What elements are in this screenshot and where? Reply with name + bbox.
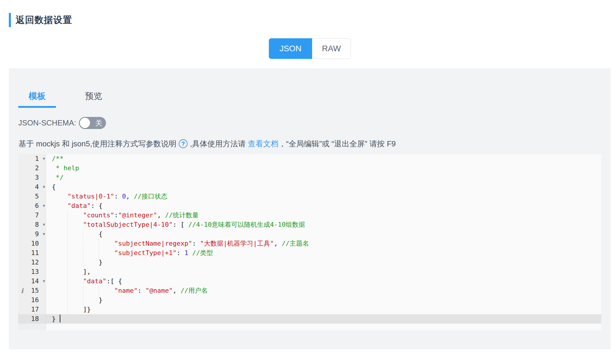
code-token: , <box>173 287 181 294</box>
fold-icon[interactable]: ▼ <box>43 201 45 211</box>
line-number: 17 <box>31 305 39 314</box>
code-content[interactable]: "counts":"@integer", //统计数量 <box>46 211 601 220</box>
gutter-cell: 12 <box>18 258 46 267</box>
code-token: * help <box>52 164 79 172</box>
code-token: : [ <box>173 221 188 228</box>
code-content[interactable]: } <box>46 314 601 324</box>
fold-icon[interactable]: ▼ <box>43 277 45 286</box>
gutter-cell: i15 <box>18 286 46 295</box>
line-number: 2 <box>35 163 39 173</box>
line-number: 5 <box>35 192 39 201</box>
code-content[interactable]: * help <box>46 163 601 173</box>
line-number: 1 <box>35 154 39 163</box>
gutter-cell: 14▼ <box>18 277 46 286</box>
indent-guide <box>67 220 68 229</box>
code-token: : { <box>91 202 102 209</box>
code-line-8[interactable]: 8▼ "totalSubjectType|4-10": [ //4-10意味着可… <box>18 220 601 229</box>
gutter-cell: 17 <box>18 305 46 314</box>
code-line-3[interactable]: 3 */ <box>18 173 601 182</box>
indent-guide <box>67 286 68 295</box>
code-token: { <box>52 183 56 191</box>
code-content[interactable]: } <box>46 258 601 267</box>
editor-filler <box>18 324 601 330</box>
instructions-part1: 基于 mockjs 和 json5,使用注释方式写参数说明 <box>19 139 176 149</box>
code-content[interactable]: "subjectType|+1": 1 //类型 <box>46 248 601 258</box>
gutter-cell: 3 <box>18 173 46 182</box>
code-content[interactable]: "subjectName|regexp": "大数据|机器学习|工具", //主… <box>46 239 601 248</box>
page-header: 返回数据设置 <box>9 12 72 28</box>
code-content[interactable]: "status|0-1": 0, //接口状态 <box>46 192 601 201</box>
code-line-15[interactable]: i15 "name": "@name", //用户名 <box>18 286 601 295</box>
line-number: 8 <box>35 220 39 229</box>
code-line-16[interactable]: 16 } <box>18 295 601 305</box>
code-token: "@integer" <box>118 211 157 219</box>
code-content[interactable]: "totalSubjectType|4-10": [ //4-10意味着可以随机… <box>46 220 601 229</box>
tab-preview[interactable]: 预览 <box>75 84 112 108</box>
page-title: 返回数据设置 <box>16 14 72 26</box>
fold-icon[interactable]: ▼ <box>43 154 45 163</box>
code-indent <box>52 230 99 238</box>
json-schema-toggle[interactable]: 关 <box>79 117 106 129</box>
code-line-17[interactable]: 17 ]} <box>18 305 601 314</box>
json-schema-label: JSON-SCHEMA: <box>18 118 76 128</box>
title-accent-bar <box>9 13 11 27</box>
info-icon[interactable]: i <box>21 286 23 295</box>
code-indent <box>52 296 99 304</box>
code-token: , <box>157 211 165 219</box>
code-content[interactable]: ]} <box>46 305 601 314</box>
code-line-18[interactable]: 18} <box>18 314 601 324</box>
code-token: } <box>99 296 102 304</box>
help-icon[interactable]: ? <box>179 139 188 148</box>
indent-guide <box>67 248 68 258</box>
code-content[interactable]: "name": "@name", //用户名 <box>46 286 601 295</box>
indent-guide <box>67 295 68 305</box>
code-line-5[interactable]: 5 "status|0-1": 0, //接口状态 <box>18 192 601 201</box>
code-line-6[interactable]: 6▼ "data": { <box>18 201 601 211</box>
fold-icon[interactable]: ▼ <box>43 220 45 229</box>
indent-guide <box>99 248 99 258</box>
raw-format-button[interactable]: RAW <box>312 38 351 59</box>
view-docs-link[interactable]: 查看文档 <box>248 139 278 149</box>
json-schema-row: JSON-SCHEMA: 关 <box>18 117 106 129</box>
code-line-12[interactable]: 12 } <box>18 258 601 267</box>
code-token: //接口状态 <box>134 193 168 200</box>
code-line-14[interactable]: 14▼ "data":[ { <box>18 277 601 286</box>
code-content[interactable]: */ <box>46 173 601 182</box>
json-format-button[interactable]: JSON <box>269 38 312 59</box>
code-indent <box>52 259 99 266</box>
code-token: //用户名 <box>181 287 208 294</box>
gutter-cell: 11 <box>18 248 46 258</box>
code-token: "data" <box>67 202 91 209</box>
indent-guide <box>99 239 99 248</box>
fold-icon[interactable]: ▼ <box>43 229 45 239</box>
indent-guide <box>83 248 83 258</box>
code-content[interactable]: ], <box>46 267 601 277</box>
code-content[interactable]: { <box>46 229 601 239</box>
code-line-13[interactable]: 13 ], <box>18 267 601 277</box>
code-content[interactable]: { <box>46 182 601 192</box>
code-editor[interactable]: 1▼/**2 * help3 */4▼{5 "status|0-1": 0, /… <box>18 154 601 330</box>
code-token: "@name" <box>145 287 173 294</box>
code-content[interactable]: "data":[ { <box>46 277 601 286</box>
fold-icon[interactable]: ▼ <box>43 182 45 192</box>
gutter-cell: 9▼ <box>18 229 46 239</box>
code-line-11[interactable]: 11 "subjectType|+1": 1 //类型 <box>18 248 601 258</box>
line-number: 6 <box>35 201 39 211</box>
indent-guide <box>67 277 68 286</box>
instructions: 基于 mockjs 和 json5,使用注释方式写参数说明 ? ,具体使用方法请… <box>19 138 396 149</box>
code-token: //统计数量 <box>165 211 199 219</box>
code-token: "subjectName|regexp" <box>114 240 192 247</box>
code-line-2[interactable]: 2 * help <box>18 163 601 173</box>
line-number: 7 <box>35 211 39 220</box>
code-content[interactable]: /** <box>46 154 601 163</box>
instructions-part3: ，“全局编辑”或 “退出全屏” 请按 F9 <box>278 139 396 149</box>
code-content[interactable]: } <box>46 295 601 305</box>
code-line-7[interactable]: 7 "counts":"@integer", //统计数量 <box>18 211 601 220</box>
code-line-9[interactable]: 9▼ { <box>18 229 601 239</box>
code-line-4[interactable]: 4▼{ <box>18 182 601 192</box>
code-token: : <box>114 211 118 219</box>
code-content[interactable]: "data": { <box>46 201 601 211</box>
code-line-1[interactable]: 1▼/** <box>18 154 601 163</box>
tab-template[interactable]: 模板 <box>18 84 56 108</box>
code-line-10[interactable]: 10 "subjectName|regexp": "大数据|机器学习|工具", … <box>18 239 601 248</box>
